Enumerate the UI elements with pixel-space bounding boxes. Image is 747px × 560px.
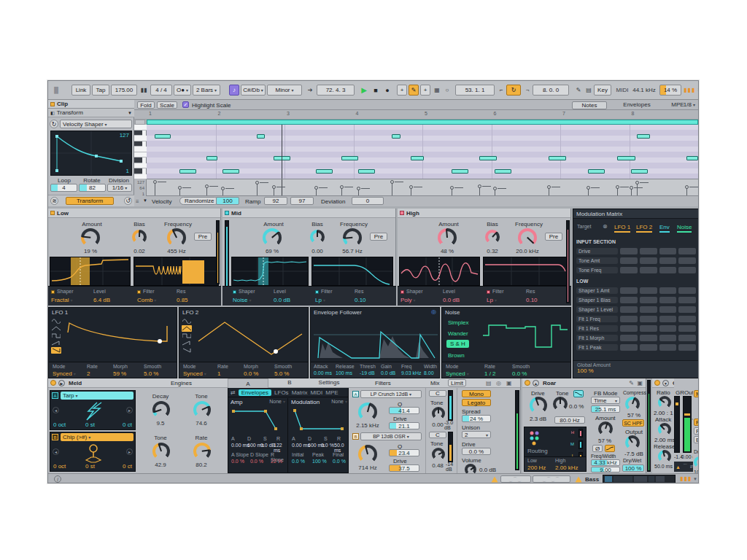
lfo2-mode[interactable]: Synced bbox=[183, 370, 206, 377]
amp-env-display[interactable] bbox=[231, 407, 286, 433]
matrix-row-label[interactable]: Flt 1 Freq bbox=[576, 316, 618, 322]
lfo1-wave-selector[interactable] bbox=[51, 317, 61, 354]
matrix-col-lfo1[interactable]: LFO 1 bbox=[614, 224, 630, 233]
midi-note[interactable] bbox=[358, 169, 375, 174]
new-midi-button[interactable]: + bbox=[397, 85, 407, 96]
midi-note[interactable] bbox=[155, 134, 171, 139]
matrix-row-label[interactable]: Flt 1 Res bbox=[576, 325, 618, 332]
piano-key-white[interactable] bbox=[134, 174, 147, 180]
pan-a-field[interactable]: C bbox=[429, 390, 446, 397]
ruler-bar-number[interactable]: 3 bbox=[287, 111, 290, 116]
meld-preview-icon[interactable]: ▶ bbox=[58, 380, 65, 386]
band-high-activator[interactable] bbox=[400, 211, 404, 215]
matrix-cell[interactable] bbox=[640, 287, 657, 294]
matrix-cell[interactable] bbox=[659, 325, 677, 332]
matrix-cell[interactable] bbox=[640, 344, 657, 351]
velocity-stem[interactable] bbox=[155, 182, 155, 195]
mix-a-tone-knob[interactable] bbox=[432, 407, 445, 420]
noise-smooth[interactable]: 0.0 % bbox=[512, 370, 527, 377]
roar-tone-knob[interactable] bbox=[553, 397, 568, 411]
matrix-cell[interactable] bbox=[620, 267, 638, 273]
beat-ruler[interactable]: 12345678 bbox=[134, 110, 699, 120]
matrix-cell[interactable] bbox=[640, 248, 657, 254]
engine-a-tone-knob[interactable] bbox=[193, 401, 211, 419]
transform-tool-selector[interactable]: Velocity Shaper bbox=[60, 120, 132, 128]
velocity-marker[interactable] bbox=[153, 180, 157, 184]
compressor-fold-icon[interactable]: ▼ bbox=[662, 380, 669, 386]
filter-a-q[interactable]: 41.4 bbox=[389, 407, 419, 414]
amount-knob[interactable] bbox=[438, 228, 457, 247]
envf-release[interactable]: 100 ms bbox=[336, 370, 352, 376]
saw-up-icon[interactable] bbox=[51, 340, 61, 346]
subtab-midi[interactable]: MIDI bbox=[310, 389, 322, 396]
fb-filter-icon[interactable] bbox=[605, 445, 615, 452]
note-roll[interactable] bbox=[147, 125, 698, 179]
bias-knob[interactable] bbox=[485, 230, 500, 244]
velocity-marker[interactable] bbox=[547, 185, 551, 189]
filter-a-freq-knob[interactable] bbox=[358, 402, 377, 421]
lfo1-rate[interactable]: 2 bbox=[87, 370, 90, 377]
pan-b-field[interactable]: C bbox=[429, 432, 446, 438]
makeup-button[interactable]: Makeup bbox=[694, 390, 699, 397]
matrix-cell[interactable] bbox=[659, 316, 677, 322]
punch-in-icon[interactable]: ⌐ bbox=[496, 85, 506, 96]
res-value[interactable]: 0.85 bbox=[177, 297, 188, 303]
mix-b-tone-knob[interactable] bbox=[432, 448, 445, 461]
keyboard-icon[interactable]: ▤ bbox=[486, 380, 492, 386]
matrix-col-lfo2[interactable]: LFO 2 bbox=[636, 224, 652, 233]
filter-b-drive[interactable]: 37.5 bbox=[389, 464, 419, 472]
matrix-cell[interactable] bbox=[620, 344, 638, 351]
midi-note[interactable] bbox=[411, 156, 424, 160]
transform-apply-button[interactable]: Transform bbox=[66, 197, 114, 205]
level-value[interactable]: 0.0 dB bbox=[443, 297, 460, 303]
piano-key-white[interactable] bbox=[134, 163, 147, 169]
velocity-marker[interactable] bbox=[272, 185, 276, 189]
lfo1-morph[interactable]: 59 % bbox=[113, 370, 126, 377]
midi-note[interactable] bbox=[549, 156, 566, 160]
midi-note[interactable] bbox=[222, 169, 239, 174]
midi-note[interactable] bbox=[631, 169, 648, 174]
hot-swap-icon[interactable]: ◎ bbox=[496, 380, 501, 386]
midi-note[interactable] bbox=[452, 169, 468, 174]
band-high-header[interactable]: High bbox=[398, 209, 570, 218]
mix-b-level-meter[interactable] bbox=[448, 432, 453, 462]
saw-up-icon[interactable] bbox=[182, 340, 192, 346]
pre-button[interactable]: Pre bbox=[370, 233, 387, 241]
piano-key-white[interactable] bbox=[134, 152, 147, 158]
velocity-marker[interactable] bbox=[314, 186, 318, 190]
output-knob[interactable] bbox=[625, 435, 640, 450]
lane-chevron-icon[interactable]: ▼ bbox=[143, 198, 147, 203]
velocity-marker[interactable] bbox=[450, 186, 454, 190]
mini-device-chain[interactable] bbox=[603, 475, 676, 483]
save-icon[interactable]: ▣ bbox=[506, 380, 512, 386]
velocity-marker[interactable] bbox=[221, 187, 225, 190]
ruler-bar-number[interactable]: 4 bbox=[356, 111, 359, 116]
mod-sustain[interactable]: 0.0 % bbox=[321, 443, 334, 448]
mod-env-display[interactable] bbox=[291, 407, 347, 433]
mono-button[interactable]: Mono bbox=[462, 390, 491, 397]
gear-icon[interactable]: ◎ bbox=[431, 308, 436, 315]
lfo1-smooth[interactable]: 5.0 % bbox=[144, 370, 158, 377]
frequency-knob[interactable] bbox=[343, 228, 362, 247]
engine-a-st[interactable]: 0 st bbox=[85, 421, 95, 428]
filter-a-type[interactable]: LP Crunch 12dB bbox=[360, 390, 422, 398]
matrix-row-label[interactable]: Tone Amt bbox=[576, 257, 618, 264]
velocity-marker[interactable] bbox=[616, 185, 619, 189]
midi-note[interactable] bbox=[257, 134, 265, 139]
sc-hpf-button[interactable]: SC HPF bbox=[622, 419, 644, 427]
square-wave-icon[interactable] bbox=[51, 332, 61, 339]
envf-freq[interactable]: 9.03 kHz bbox=[401, 370, 422, 376]
midi-note[interactable] bbox=[392, 134, 400, 139]
mod-final[interactable]: 0.0 % bbox=[333, 459, 346, 464]
scale-icon[interactable]: ♪ bbox=[229, 85, 239, 96]
velocity-stem[interactable] bbox=[637, 183, 638, 195]
mini-automation-strip[interactable]: ‿⁀‿⁀ bbox=[533, 475, 570, 483]
velocity-lane[interactable] bbox=[147, 179, 698, 196]
envf-attack[interactable]: 0.00 ms bbox=[314, 370, 332, 376]
ramp-to-field[interactable]: 97 bbox=[290, 197, 314, 205]
ruler-bar-number[interactable]: 6 bbox=[494, 111, 497, 116]
matrix-row-label[interactable]: Shaper 1 Amt bbox=[576, 287, 618, 294]
clear-target-icon[interactable]: ⊗ bbox=[603, 223, 608, 230]
velocity-marker[interactable] bbox=[635, 181, 639, 184]
loop-brace[interactable] bbox=[147, 120, 698, 125]
